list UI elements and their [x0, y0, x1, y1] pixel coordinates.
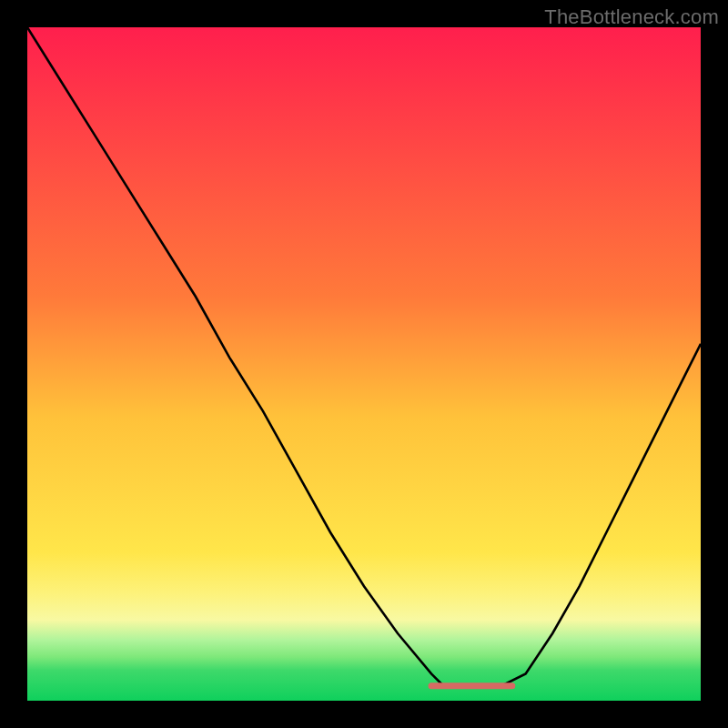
- chart-frame: TheBottleneck.com: [0, 0, 728, 728]
- plot-svg: [27, 27, 701, 701]
- plot-area: [27, 27, 701, 701]
- watermark-text: TheBottleneck.com: [544, 5, 719, 29]
- gradient-background: [27, 27, 701, 701]
